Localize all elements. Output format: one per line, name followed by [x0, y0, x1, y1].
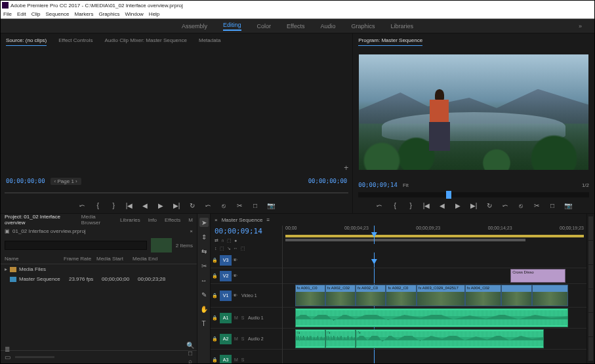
project-tab[interactable]: Libraries	[120, 217, 140, 223]
project-action-icon[interactable]: ⌕	[186, 357, 194, 365]
source-tc-in[interactable]: 00;00;00;00	[6, 178, 45, 184]
source-tc-out[interactable]: 00;00;00;00	[308, 178, 348, 184]
transport-button[interactable]: 📷	[266, 201, 276, 210]
program-tab[interactable]: Program: Master Sequence	[358, 37, 422, 43]
program-scrubber[interactable]	[358, 192, 589, 197]
menu-sequence[interactable]: Sequence	[45, 11, 69, 17]
track-lane-A1[interactable]: Constant Power	[283, 308, 586, 329]
transport-button[interactable]: |◀	[422, 201, 431, 210]
track-target[interactable]: V1	[220, 291, 232, 301]
mute-button[interactable]: M	[233, 315, 239, 320]
workspace-tab-effects[interactable]: Effects	[287, 23, 304, 30]
col-name[interactable]: Name	[5, 256, 64, 262]
lock-icon[interactable]: 🔒	[211, 273, 218, 279]
menu-edit[interactable]: Edit	[17, 11, 26, 17]
video-clip[interactable]: fx A002_C02	[325, 285, 356, 306]
audio-clip[interactable]: fx	[325, 329, 356, 348]
timeline-toggle[interactable]: ↕	[215, 246, 217, 251]
eye-icon[interactable]: 👁	[233, 273, 239, 278]
track-content[interactable]: Cross Dissofx A001_C0fx A002_C02fx A002_…	[283, 253, 586, 363]
transport-button[interactable]: ↻	[485, 201, 494, 210]
transport-button[interactable]: {	[93, 201, 102, 210]
transport-button[interactable]: }	[406, 201, 415, 210]
project-tab[interactable]: Media Browser	[81, 214, 112, 226]
timeline-toggle[interactable]: ⬚	[220, 246, 224, 251]
program-playhead[interactable]	[446, 191, 451, 199]
track-header-A3[interactable]: 🔒A3MS	[211, 350, 282, 363]
transport-button[interactable]: ⎋	[219, 201, 228, 210]
selection-tool[interactable]: ➤	[199, 218, 209, 227]
workspace-overflow[interactable]: »	[579, 23, 582, 30]
view-mode-icon[interactable]: ≣	[3, 346, 11, 354]
source-tab[interactable]: Source: (no clips)	[6, 37, 47, 43]
workspace-tab-libraries[interactable]: Libraries	[390, 23, 413, 30]
solo-button[interactable]: S	[239, 315, 246, 320]
timeline-playhead[interactable]	[374, 226, 375, 244]
razor-tool[interactable]: ✂	[199, 261, 209, 270]
video-clip[interactable]: fx A002_C0	[386, 285, 416, 306]
timeline-toggle[interactable]: ⬚	[227, 238, 232, 243]
menu-file[interactable]: File	[3, 11, 12, 17]
transport-button[interactable]: ⎋	[516, 201, 525, 210]
project-row[interactable]: ▸Media Files	[1, 264, 197, 274]
audio-clip[interactable]: fx	[356, 329, 544, 348]
view-mode-icon[interactable]: ○	[3, 361, 11, 365]
audio-clip[interactable]	[295, 308, 569, 327]
video-clip[interactable]: fx A002_C0	[356, 285, 386, 306]
video-clip[interactable]: fx A001_C0	[295, 285, 325, 306]
workspace-tab-graphics[interactable]: Graphics	[351, 23, 375, 30]
col-media-end[interactable]: Media End	[133, 256, 169, 262]
thumb-size-slider[interactable]	[15, 356, 54, 358]
timeline-toggle[interactable]: ↘	[227, 246, 231, 251]
timeline-tc[interactable]: 00;00;09;14	[215, 227, 262, 235]
menu-help[interactable]: Help	[149, 11, 159, 17]
track-select-tool[interactable]: ⇕	[199, 232, 209, 241]
eye-icon[interactable]: 👁	[233, 258, 239, 262]
timeline-toggle[interactable]: ⬚	[241, 246, 245, 251]
project-tab[interactable]: Info	[148, 217, 157, 223]
source-scrub[interactable]	[5, 192, 348, 193]
track-lane-A3[interactable]	[283, 350, 586, 363]
fit-dropdown[interactable]: Fit	[403, 182, 409, 188]
source-monitor[interactable]: +	[1, 47, 352, 174]
transport-button[interactable]: ◀	[438, 201, 447, 210]
hand-tool[interactable]: ✋	[199, 304, 209, 313]
mute-button[interactable]: M	[233, 357, 239, 362]
transport-button[interactable]: ✂	[532, 201, 541, 210]
lock-icon[interactable]: 🔒	[211, 293, 218, 298]
transport-button[interactable]: }	[109, 201, 118, 210]
transport-button[interactable]: ⤺	[77, 201, 87, 210]
search-input[interactable]	[5, 241, 147, 250]
solo-button[interactable]: S	[239, 357, 246, 362]
project-row[interactable]: Master Sequence23.976 fps00;00;00;0000;0…	[1, 274, 197, 284]
transport-button[interactable]: ▶|	[469, 201, 478, 210]
sequence-name[interactable]: Master Sequence	[222, 217, 263, 223]
menu-window[interactable]: Window	[125, 11, 143, 17]
track-lane-A2[interactable]: fxfxfx	[283, 329, 586, 350]
timeline-close-icon[interactable]: ×	[215, 217, 218, 223]
menu-graphics[interactable]: Graphics	[98, 11, 119, 17]
track-header-A1[interactable]: 🔒A1MSAudio 1	[211, 308, 282, 329]
menu-markers[interactable]: Markers	[75, 11, 94, 17]
workspace-tab-assembly[interactable]: Assembly	[182, 23, 207, 30]
transport-button[interactable]: {	[390, 201, 400, 210]
workspace-tab-color[interactable]: Color	[257, 23, 272, 30]
lock-icon[interactable]: 🔒	[211, 315, 218, 321]
track-lane-V1[interactable]: fx A001_C0fx A002_C02fx A002_C0fx A002_C…	[283, 284, 586, 308]
program-tc[interactable]: 00;00;09;14	[358, 182, 398, 188]
track-header-V3[interactable]: 🔒V3👁	[211, 253, 282, 268]
transport-button[interactable]: ⤺	[203, 201, 213, 210]
transport-button[interactable]: 📷	[564, 201, 573, 210]
program-monitor[interactable]	[353, 47, 594, 178]
project-tab[interactable]: Effects	[165, 217, 180, 223]
source-tab[interactable]: Audio Clip Mixer: Master Sequence	[105, 37, 187, 43]
track-header-A2[interactable]: 🔒A2MSAudio 2	[211, 329, 282, 350]
timeline-toggle[interactable]: ⇄	[215, 238, 218, 243]
view-mode-icon[interactable]: ▭	[3, 354, 11, 361]
transport-button[interactable]: ⤺	[501, 201, 510, 210]
source-tab[interactable]: Effect Controls	[58, 37, 92, 43]
transport-button[interactable]: ◀	[140, 201, 150, 210]
track-target[interactable]: A2	[220, 334, 232, 344]
track-target[interactable]: V3	[220, 255, 232, 266]
mute-button[interactable]: M	[233, 336, 239, 341]
